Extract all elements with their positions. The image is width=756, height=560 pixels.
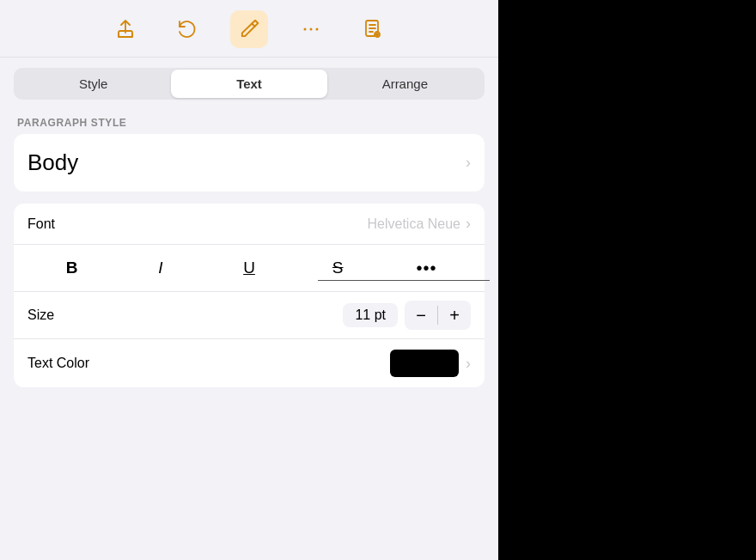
font-card: Font Helvetica Neue › B I U S • xyxy=(14,204,485,387)
bold-icon: B xyxy=(66,259,78,277)
text-color-chevron-icon: › xyxy=(466,355,471,373)
size-row: Size 11 pt − + xyxy=(14,292,485,339)
font-chevron-icon: › xyxy=(466,215,471,233)
text-color-swatch xyxy=(390,350,459,377)
size-value: 11 pt xyxy=(343,303,398,327)
more-options-button[interactable] xyxy=(292,10,330,48)
size-stepper: − + xyxy=(405,301,471,330)
tab-text[interactable]: Text xyxy=(171,70,326,98)
text-color-label: Text Color xyxy=(27,356,390,371)
tab-switcher: Style Text Arrange xyxy=(14,68,485,100)
bold-button[interactable]: B xyxy=(27,252,116,284)
paragraph-style-card: Body › xyxy=(14,134,485,192)
content-area: PARAGRAPH STYLE Body › Font Helvetica Ne… xyxy=(0,110,498,560)
right-panel xyxy=(498,0,756,560)
underline-button[interactable]: U xyxy=(204,252,293,284)
svg-point-1 xyxy=(304,28,307,31)
toolbar xyxy=(0,0,498,58)
connector-line xyxy=(318,280,490,281)
font-row[interactable]: Font Helvetica Neue › xyxy=(14,204,485,245)
undo-button[interactable] xyxy=(168,10,206,48)
format-row: B I U S ••• xyxy=(14,245,485,292)
paintbrush-button[interactable] xyxy=(230,10,268,48)
svg-point-2 xyxy=(310,28,313,31)
paragraph-style-value: Body xyxy=(27,149,466,176)
format-panel: Style Text Arrange PARAGRAPH STYLE Body … xyxy=(0,0,498,560)
italic-button[interactable]: I xyxy=(116,252,204,284)
svg-point-6 xyxy=(376,33,378,35)
italic-icon: I xyxy=(158,259,162,277)
text-color-row[interactable]: Text Color › xyxy=(14,339,485,387)
paragraph-style-label: PARAGRAPH STYLE xyxy=(17,117,485,129)
underline-icon: U xyxy=(243,259,255,277)
size-controls: 11 pt − + xyxy=(343,301,471,330)
tab-arrange[interactable]: Arrange xyxy=(327,70,483,98)
strikethrough-icon: S xyxy=(332,259,344,277)
size-decrease-button[interactable]: − xyxy=(405,301,437,330)
svg-point-3 xyxy=(316,28,319,31)
more-format-icon: ••• xyxy=(416,259,436,278)
font-label: Font xyxy=(27,216,368,232)
share-button[interactable] xyxy=(107,10,144,48)
paragraph-style-row[interactable]: Body › xyxy=(14,134,485,192)
size-increase-button[interactable]: + xyxy=(438,301,471,330)
chevron-right-icon: › xyxy=(466,154,471,172)
tab-style[interactable]: Style xyxy=(15,70,171,98)
font-value: Helvetica Neue xyxy=(368,216,461,232)
document-button[interactable] xyxy=(354,10,392,48)
size-label: Size xyxy=(27,307,343,323)
